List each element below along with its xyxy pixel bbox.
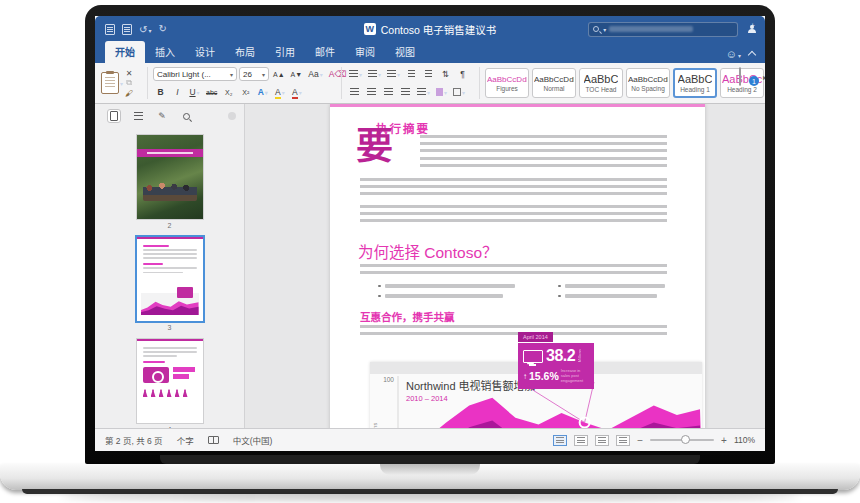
- align-center-icon: [367, 88, 376, 96]
- ribbon-tab-2[interactable]: 设计: [185, 41, 225, 63]
- ribbon-tab-7[interactable]: 视图: [385, 41, 425, 63]
- undo-button[interactable]: ↺▾: [139, 24, 151, 35]
- callout-delta: 15.6%: [529, 370, 559, 382]
- numbered-list-button[interactable]: ▾: [366, 67, 383, 81]
- print-icon[interactable]: [122, 24, 132, 35]
- share-button[interactable]: +: [748, 25, 755, 33]
- ribbon-tab-0[interactable]: 开始: [105, 41, 145, 63]
- zoom-slider[interactable]: [650, 439, 714, 441]
- proofing-icon[interactable]: [208, 436, 219, 444]
- align-left-button[interactable]: [347, 85, 362, 99]
- callout-note: Increase in sales post engagement: [561, 369, 587, 383]
- list-icon: [134, 112, 143, 120]
- redo-icon[interactable]: ↻: [158, 24, 166, 34]
- align-center-button[interactable]: [364, 85, 379, 99]
- word-count[interactable]: 个字: [177, 434, 194, 446]
- font-name-select[interactable]: Calibri Light (...▾: [153, 67, 237, 81]
- shrink-font-button[interactable]: A▼: [289, 67, 305, 81]
- style-card-toc-head[interactable]: AaBbCTOC Head: [579, 68, 623, 98]
- increase-indent-button[interactable]: [421, 67, 436, 81]
- justify-button[interactable]: [398, 85, 413, 99]
- search-input[interactable]: ▾: [588, 22, 738, 37]
- page-thumbnail-current[interactable]: [137, 237, 203, 321]
- styles-pane-badge: 1: [749, 76, 759, 86]
- style-card-figures[interactable]: AaBbCcDdEeFigures: [485, 68, 529, 98]
- zoom-out-button[interactable]: −: [637, 435, 643, 446]
- outline-view-button[interactable]: [595, 435, 609, 446]
- cut-button[interactable]: ✕: [125, 68, 133, 78]
- quick-access-toolbar: ↺▾ ↻: [95, 24, 167, 35]
- macbook-lid-notch: [380, 464, 480, 475]
- bullet-list-button[interactable]: ▾: [347, 67, 364, 81]
- ribbon-tab-6[interactable]: 审阅: [345, 41, 385, 63]
- thumb-people-icons: [143, 389, 197, 397]
- macbook-hinge: [160, 455, 700, 464]
- thumbnails-pane-tab[interactable]: [107, 109, 121, 123]
- document-map-tab[interactable]: [131, 109, 145, 123]
- feedback-smiley-button[interactable]: ☺▾: [726, 44, 741, 62]
- subscript-button[interactable]: X₂: [221, 85, 236, 99]
- clear-formatting-button[interactable]: A⌫: [327, 67, 349, 81]
- styles-gallery-more-icon[interactable]: ▸: [763, 73, 765, 82]
- zoom-slider-knob[interactable]: [681, 435, 690, 444]
- ribbon-tab-5[interactable]: 邮件: [305, 41, 345, 63]
- underline-button[interactable]: U▾: [187, 85, 202, 99]
- page-thumbnail-infographic[interactable]: [137, 339, 203, 423]
- superscript-button[interactable]: X²: [238, 85, 253, 99]
- multilevel-list-button[interactable]: ▾: [385, 67, 402, 81]
- align-right-button[interactable]: [381, 85, 396, 99]
- format-painter-button[interactable]: 🖌︎: [125, 88, 133, 98]
- zoom-percentage[interactable]: 110%: [734, 435, 755, 445]
- copy-button[interactable]: ⧉: [125, 78, 133, 88]
- callout-value: 38.2: [546, 347, 575, 365]
- borders-button[interactable]: ▾: [451, 85, 467, 99]
- style-label: Normal: [544, 85, 565, 92]
- change-case-button[interactable]: Aa▾: [306, 67, 324, 81]
- zoom-in-button[interactable]: +: [721, 435, 727, 446]
- ribbon-tab-4[interactable]: 引用: [265, 41, 305, 63]
- page-thumbnail-cover[interactable]: [137, 135, 203, 219]
- bold-button[interactable]: B: [153, 85, 168, 99]
- ribbon-tab-1[interactable]: 插入: [145, 41, 185, 63]
- document-canvas[interactable]: 执行摘要 要 为何选择 Contoso？ 互惠合作，携手共赢 A: [245, 104, 765, 428]
- ribbon-tab-3[interactable]: 布局: [225, 41, 265, 63]
- shading-button[interactable]: ▾: [434, 85, 449, 99]
- word-app-icon: W: [364, 23, 376, 35]
- grow-font-button[interactable]: A▲: [271, 67, 287, 81]
- review-pane-tab[interactable]: ✎: [155, 109, 169, 123]
- line-spacing-button[interactable]: ▾: [415, 85, 432, 99]
- styles-pane-button[interactable]: 1: [739, 68, 759, 94]
- style-card-normal[interactable]: AaBbCcDdEeNormal: [532, 68, 576, 98]
- style-card-heading-1[interactable]: AaBbCHeading 1: [673, 68, 717, 98]
- highlight-button[interactable]: A▾: [272, 85, 287, 99]
- chevron-down-icon: ▾: [738, 53, 741, 59]
- print-layout-view-button[interactable]: [553, 435, 567, 446]
- paste-clipboard-icon: [101, 72, 119, 94]
- chevron-down-icon: ▾: [462, 89, 465, 96]
- paste-button[interactable]: ▾: [101, 72, 123, 94]
- font-color-button[interactable]: A▾: [289, 85, 304, 99]
- page-indicator[interactable]: 第 2 页, 共 6 页: [105, 434, 163, 446]
- show-paragraph-marks-button[interactable]: ¶: [455, 67, 470, 81]
- blurred-paragraph: [360, 264, 667, 277]
- chevron-down-icon: ▾: [359, 71, 362, 78]
- language-indicator[interactable]: 中文(中国): [233, 434, 273, 446]
- find-pane-tab[interactable]: [179, 109, 193, 123]
- decrease-indent-icon: [408, 70, 415, 78]
- undo-icon: ↺: [139, 24, 147, 35]
- collapse-ribbon-icon[interactable]: [748, 50, 756, 58]
- style-card-no-spacing[interactable]: AaBbCcDdEeNo Spacing: [626, 68, 670, 98]
- text-effects-button[interactable]: A▾: [255, 85, 270, 99]
- document-page[interactable]: 执行摘要 要 为何选择 Contoso？ 互惠合作，携手共赢 A: [330, 104, 705, 428]
- heading-partnership: 互惠合作，携手共赢: [360, 309, 455, 324]
- web-layout-view-button[interactable]: [574, 435, 588, 446]
- save-icon[interactable]: [105, 24, 115, 35]
- shading-icon: [436, 88, 443, 96]
- draft-view-button[interactable]: [616, 435, 630, 446]
- decrease-indent-button[interactable]: [404, 67, 419, 81]
- sort-button[interactable]: ⇅: [438, 67, 453, 81]
- strikethrough-button[interactable]: abc: [204, 85, 219, 99]
- italic-button[interactable]: I: [170, 85, 185, 99]
- style-sample: AaBbCcDdEe: [487, 75, 527, 84]
- font-size-select[interactable]: 26▾: [239, 67, 269, 81]
